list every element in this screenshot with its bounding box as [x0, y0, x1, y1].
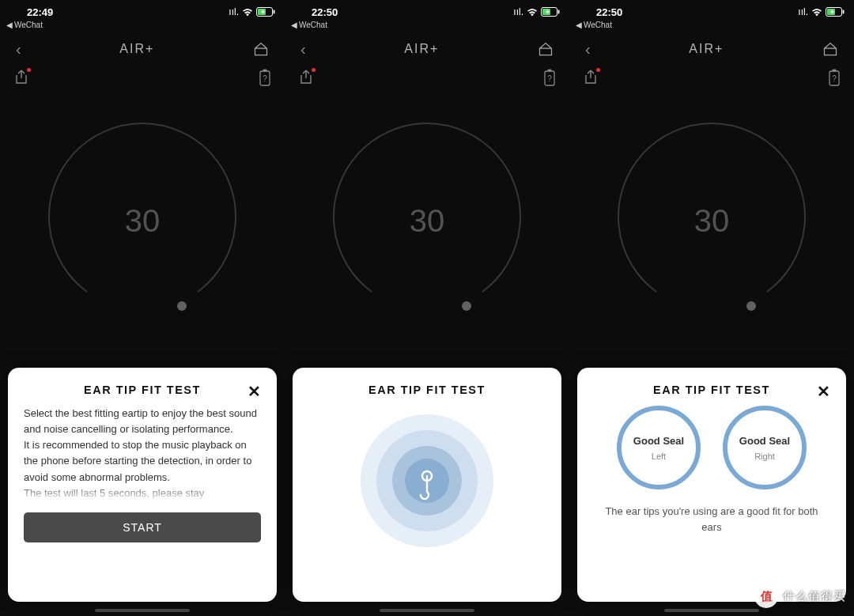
- home-indicator[interactable]: [664, 609, 759, 612]
- phone-screen-2: 22:50 ııl. ◀ WeChat ‹ AIR+ ? 30 EAR TIP …: [285, 0, 569, 616]
- svg-text:?: ?: [263, 74, 267, 83]
- seal-side-right: Right: [754, 452, 775, 461]
- secondary-bar: ?: [285, 66, 569, 89]
- signal-icon: ııl.: [513, 6, 523, 17]
- dial-value: 30: [125, 203, 161, 239]
- status-bar: 22:49 ııl.: [0, 0, 285, 21]
- sheet-title: EAR TIP FIT TEST: [368, 384, 486, 396]
- sheet-title: EAR TIP FIT TEST: [653, 384, 770, 396]
- help-battery-icon[interactable]: ?: [544, 69, 555, 86]
- close-icon[interactable]: ✕: [817, 382, 830, 401]
- page-title: AIR+: [591, 42, 822, 56]
- back-to-app[interactable]: ◀ WeChat: [569, 21, 854, 32]
- secondary-bar: ?: [0, 66, 285, 89]
- watermark-text: 什么值得买: [783, 589, 846, 604]
- secondary-bar: ?: [569, 66, 854, 89]
- nav-bar: ‹ AIR+: [0, 32, 285, 66]
- watermark: 值 什么值得买: [754, 584, 846, 608]
- wifi-icon: [242, 8, 253, 17]
- instruction-p1: Select the best fitting eartip to enjoy …: [24, 406, 261, 437]
- home-indicator[interactable]: [95, 609, 190, 612]
- svg-rect-2: [274, 10, 275, 14]
- help-battery-icon[interactable]: ?: [829, 69, 840, 86]
- noise-dial[interactable]: 30: [0, 94, 285, 347]
- battery-charging-icon: [826, 7, 845, 17]
- seal-status-right: Good Seal: [739, 435, 790, 447]
- home-indicator[interactable]: [380, 609, 474, 612]
- noise-dial[interactable]: 30: [285, 94, 569, 347]
- battery-charging-icon: [256, 7, 275, 17]
- page-title: AIR+: [21, 42, 253, 56]
- svg-rect-20: [843, 10, 845, 14]
- back-to-app[interactable]: ◀ WeChat: [0, 21, 285, 32]
- help-battery-icon[interactable]: ?: [259, 69, 270, 86]
- svg-text:?: ?: [547, 74, 552, 83]
- svg-point-6: [177, 301, 187, 311]
- svg-rect-22: [833, 70, 837, 72]
- result-message: The ear tips you're using are a good fit…: [598, 504, 826, 535]
- clock: 22:49: [27, 6, 53, 18]
- wifi-icon: [811, 8, 822, 17]
- fit-test-sheet: EAR TIP FIT TEST ✕ Select the best fitti…: [8, 368, 277, 602]
- seal-side-left: Left: [652, 452, 666, 461]
- signal-icon: ııl.: [798, 6, 808, 17]
- testing-animation: [308, 406, 546, 556]
- sheet-title: EAR TIP FIT TEST: [84, 384, 201, 396]
- back-caret-icon: ◀: [576, 21, 582, 29]
- nav-bar: ‹ AIR+: [569, 32, 854, 66]
- signal-icon: ııl.: [229, 6, 239, 17]
- status-icons: ııl.: [229, 6, 275, 17]
- clock: 22:50: [312, 6, 338, 18]
- battery-charging-icon: [541, 7, 560, 17]
- back-chevron-icon[interactable]: ‹: [300, 40, 306, 59]
- phone-screen-3: 22:50 ııl. ◀ WeChat ‹ AIR+ ? 30 EAR TIP …: [569, 0, 854, 616]
- home-icon[interactable]: [253, 41, 269, 57]
- instruction-p3: The test will last 5 seconds, please sta…: [24, 486, 261, 501]
- wifi-icon: [527, 8, 538, 17]
- home-icon[interactable]: [538, 41, 554, 57]
- clock: 22:50: [596, 6, 622, 18]
- seal-badge-left: Good Seal Left: [617, 406, 701, 489]
- dial-value: 30: [694, 203, 730, 239]
- svg-point-24: [746, 301, 756, 311]
- seal-status-left: Good Seal: [633, 435, 684, 447]
- back-caret-icon: ◀: [291, 21, 297, 29]
- fit-test-sheet: EAR TIP FIT TEST: [293, 368, 561, 602]
- noise-dial[interactable]: 30: [569, 94, 854, 347]
- svg-rect-11: [548, 70, 552, 72]
- back-chevron-icon[interactable]: ‹: [585, 40, 591, 59]
- dial-value: 30: [410, 203, 445, 239]
- back-chevron-icon[interactable]: ‹: [16, 40, 21, 59]
- page-title: AIR+: [306, 42, 538, 56]
- status-icons: ııl.: [798, 6, 845, 17]
- upload-icon[interactable]: [584, 69, 598, 86]
- back-caret-icon: ◀: [6, 21, 13, 29]
- sheet-body: Select the best fitting eartip to enjoy …: [24, 406, 261, 501]
- seal-results: Good Seal Left Good Seal Right: [593, 406, 830, 489]
- upload-icon[interactable]: [14, 69, 28, 86]
- nav-bar: ‹ AIR+: [285, 32, 569, 66]
- back-app-label: WeChat: [14, 21, 43, 29]
- start-button[interactable]: START: [24, 512, 261, 542]
- svg-rect-9: [558, 10, 560, 14]
- seal-badge-right: Good Seal Right: [723, 406, 807, 489]
- status-icons: ııl.: [513, 6, 560, 17]
- fit-test-sheet: EAR TIP FIT TEST ✕ Good Seal Left Good S…: [577, 368, 846, 602]
- status-bar: 22:50 ııl.: [569, 0, 854, 21]
- phone-screen-1: 22:49 ııl. ◀ WeChat ‹ AIR+ ? 30 EAR TIP …: [0, 0, 285, 616]
- svg-point-13: [462, 301, 471, 311]
- upload-icon[interactable]: [299, 69, 313, 86]
- svg-rect-4: [263, 70, 267, 72]
- svg-text:?: ?: [832, 74, 837, 83]
- instruction-p2: It is recommended to stop the music play…: [24, 437, 261, 485]
- home-icon[interactable]: [822, 41, 838, 57]
- back-app-label: WeChat: [584, 21, 612, 29]
- watermark-icon: 值: [754, 584, 778, 608]
- close-icon[interactable]: ✕: [248, 382, 261, 401]
- back-to-app[interactable]: ◀ WeChat: [285, 21, 569, 32]
- back-app-label: WeChat: [299, 21, 327, 29]
- status-bar: 22:50 ııl.: [285, 0, 569, 21]
- start-button-label: START: [123, 521, 162, 534]
